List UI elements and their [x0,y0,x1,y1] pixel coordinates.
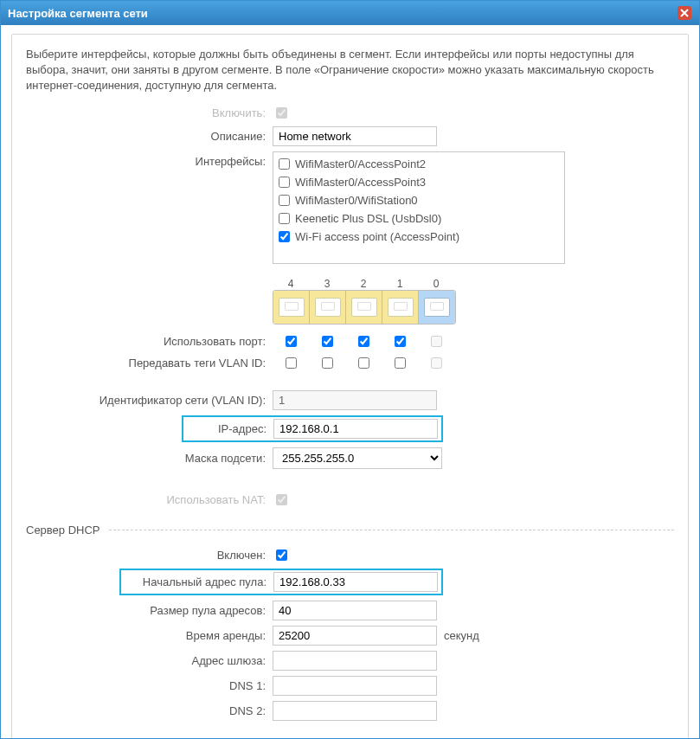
label-pool-size: Размер пула адресов: [26,604,273,617]
interface-item[interactable]: WifiMaster0/AccessPoint2 [277,155,561,173]
interface-item[interactable]: WifiMaster0/AccessPoint3 [277,173,561,191]
subnet-mask-select[interactable]: 255.255.255.0 [273,447,442,469]
interface-item[interactable]: WifiMaster0/WifiStation0 [277,191,561,209]
dhcp-section-title: Сервер DHCP [26,524,674,537]
use-port-checkbox[interactable] [395,336,406,347]
use-port-checkbox [431,336,442,347]
label-dns1: DNS 1: [26,679,273,692]
pool-start-input[interactable] [273,572,438,592]
interface-checkbox[interactable] [279,177,290,188]
pool-size-input[interactable] [273,601,437,620]
interface-label: Keenetic Plus DSL (UsbDsl0) [295,212,441,225]
dialog-body: Выберите интерфейсы, которые должны быть… [1,25,699,738]
interface-label: WifiMaster0/AccessPoint3 [295,176,426,189]
titlebar: Настройка сегмента сети [1,1,699,25]
description-input[interactable] [273,126,437,146]
label-dns2: DNS 2: [26,704,273,717]
interface-label: WifiMaster0/AccessPoint2 [295,157,426,170]
interfaces-list[interactable]: WifiMaster0/AccessPoint2WifiMaster0/Acce… [273,151,565,264]
label-vlan-id: Идентификатор сети (VLAN ID): [26,394,273,407]
interface-checkbox[interactable] [279,158,290,170]
use-port-checkbox[interactable] [322,336,333,347]
ip-row-highlight: IP-адрес: [182,415,443,442]
port-2-icon [346,291,382,324]
label-mask: Маска подсети: [26,452,273,465]
ip-address-input[interactable] [273,419,438,439]
dialog-title: Настройка сегмента сети [8,7,148,20]
vlan-tag-row [273,355,674,371]
label-pool-start: Начальный адрес пула: [125,575,273,588]
vlan-tag-checkbox[interactable] [322,357,333,369]
dialog-segment-settings: Настройка сегмента сети Выберите интерфе… [0,0,700,739]
dns1-input[interactable] [273,676,437,696]
port-4-icon [273,291,310,324]
gateway-input[interactable] [273,651,437,671]
vlan-tag-checkbox[interactable] [286,357,297,369]
port-number: 1 [382,278,418,290]
vlan-tag-checkbox[interactable] [358,357,369,369]
port-1-icon [382,291,419,324]
port-diagram: 43210 [273,278,456,325]
label-gateway: Адрес шлюза: [26,654,273,667]
vlan-tag-checkbox [431,357,442,369]
port-0-icon [419,291,455,324]
lease-time-input[interactable] [273,626,437,646]
interface-checkbox[interactable] [279,213,290,224]
label-vlan-tag: Передавать теги VLAN ID: [26,357,273,370]
port-number: 0 [418,278,454,290]
lease-unit: секунд [444,629,479,642]
port-number: 4 [273,278,309,290]
use-port-checkbox[interactable] [358,336,369,347]
enable-checkbox [276,107,287,119]
label-dhcp-enabled: Включен: [26,549,273,562]
use-nat-checkbox [276,494,287,505]
vlan-tag-checkbox[interactable] [395,357,406,369]
label-use-port: Использовать порт: [26,335,273,348]
label-ip: IP-адрес: [187,422,273,435]
use-port-row [273,333,674,350]
port-number: 3 [309,278,345,290]
label-use-nat: Использовать NAT: [26,493,273,506]
interface-label: Wi-Fi access point (AccessPoint) [295,230,459,243]
intro-text: Выберите интерфейсы, которые должны быть… [26,47,674,94]
close-icon[interactable] [677,5,692,21]
interface-checkbox[interactable] [279,195,290,206]
label-description: Описание: [26,130,273,143]
label-interfaces: Интерфейсы: [26,151,273,168]
use-port-checkbox[interactable] [286,336,297,347]
port-number: 2 [345,278,382,290]
interface-checkbox[interactable] [279,231,290,242]
label-enable: Включить: [26,106,273,119]
dns2-input[interactable] [273,701,437,721]
pool-start-row-highlight: Начальный адрес пула: [119,569,443,595]
port-3-icon [310,291,346,324]
interface-item[interactable]: Wi-Fi access point (AccessPoint) [277,228,561,246]
vlan-id-input[interactable] [273,390,437,410]
dhcp-enabled-checkbox[interactable] [276,549,287,561]
interface-label: WifiMaster0/WifiStation0 [295,194,418,207]
label-lease: Время аренды: [26,629,273,642]
interface-item[interactable]: Keenetic Plus DSL (UsbDsl0) [277,209,561,228]
